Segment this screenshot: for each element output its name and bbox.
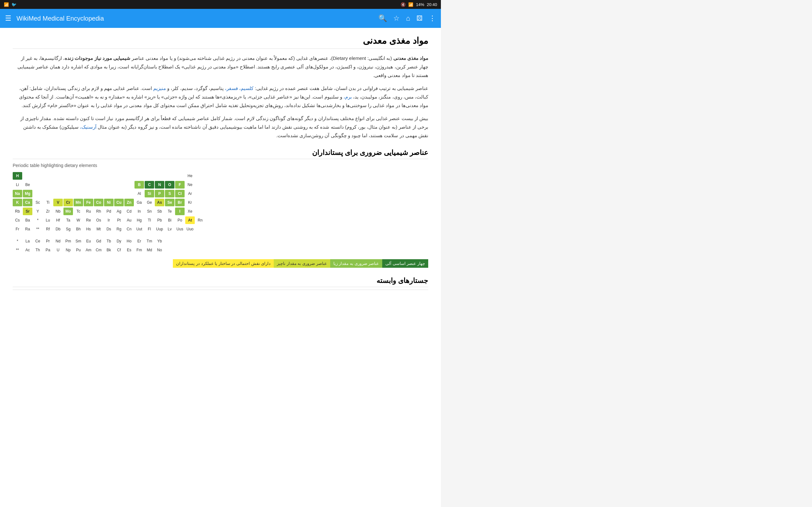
legend-possible-role: دارای نقش احتمالی در ساختار یا عملکرد در… bbox=[173, 259, 274, 268]
el-Al: Al bbox=[135, 190, 144, 198]
el-Tb: Tb bbox=[104, 237, 113, 245]
el-Sb: Sb bbox=[155, 208, 164, 215]
el-Fm: Fm bbox=[135, 246, 144, 254]
el-F: F bbox=[175, 181, 185, 188]
app-bar-actions: 🔍 ☆ ⌂ ⚄ ⋮ bbox=[378, 14, 436, 22]
home-button[interactable]: ⌂ bbox=[406, 14, 410, 22]
el-Uup: Uup bbox=[155, 225, 164, 233]
pt-actinides: ** Ac Th Pa U Np Pu Am Cm Bk Cf Es Fm Md… bbox=[13, 246, 428, 254]
el-K: K bbox=[13, 199, 22, 206]
el-Ds: Ds bbox=[104, 225, 113, 233]
el-Ag: Ag bbox=[114, 208, 124, 215]
el-Kr: Kr bbox=[185, 199, 195, 206]
el-Dy: Dy bbox=[114, 237, 124, 245]
el-Tl: Tl bbox=[145, 216, 154, 224]
pt-row-7: Fr Ra ** Rf Db Sg Bh Hs Mt Ds Rg Cn Uut … bbox=[13, 225, 428, 233]
legend-essential-large: عناصر ضروری به مقدار زیا bbox=[330, 259, 382, 268]
el-Pd: Pd bbox=[104, 208, 113, 215]
el-gap3-3: · bbox=[53, 190, 63, 198]
el-W: W bbox=[73, 216, 83, 224]
el-In: In bbox=[135, 208, 144, 215]
el-Si: Si bbox=[145, 190, 154, 198]
el-Pa: Pa bbox=[43, 246, 53, 254]
pt-row-3: Na Mg · · · · · · · · · · Al Si P S Cl A… bbox=[13, 189, 428, 198]
el-Cf: Cf bbox=[114, 246, 124, 254]
el-Bh: Bh bbox=[73, 225, 83, 233]
el-Tc: Tc bbox=[73, 208, 83, 215]
signal-icon: 📶 bbox=[4, 2, 9, 7]
el-Cm: Cm bbox=[94, 246, 103, 254]
el-Ti: Ti bbox=[43, 199, 53, 206]
el-Eu: Eu bbox=[84, 237, 93, 245]
el-Mo: Mo bbox=[63, 208, 73, 215]
el-gap11: · bbox=[124, 172, 134, 180]
el-Pb: Pb bbox=[155, 216, 164, 224]
el-Gd: Gd bbox=[94, 237, 103, 245]
el-Cu: Cu bbox=[114, 199, 124, 206]
el-gap8: · bbox=[94, 172, 103, 180]
favorite-button[interactable]: ☆ bbox=[393, 14, 400, 22]
el-Bk: Bk bbox=[104, 246, 113, 254]
paragraph-1: مواد مغذی معدنی (به انگلیسی: Dietary ele… bbox=[13, 54, 428, 79]
legend-essential-trace: عناصر ضروری به مقدار ناچیز bbox=[274, 259, 330, 268]
el-P: P bbox=[155, 190, 164, 198]
el-Rf: Rf bbox=[43, 225, 53, 233]
el-Fl: Fl bbox=[145, 225, 154, 233]
el-Ir: Ir bbox=[104, 216, 113, 224]
el-Pt: Pt bbox=[114, 216, 124, 224]
el-Ce: Ce bbox=[33, 237, 43, 245]
pt-row-1: H · · · · · · · · · · · · · · · · He bbox=[13, 172, 428, 180]
el-Os: Os bbox=[94, 216, 103, 224]
el-N: N bbox=[155, 181, 164, 188]
el-Po: Po bbox=[175, 216, 185, 224]
el-gap2-9: · bbox=[114, 181, 124, 188]
status-left-icons: 📶 🐦 bbox=[4, 2, 16, 7]
el-O: O bbox=[165, 181, 174, 188]
el-Zr: Zr bbox=[43, 208, 53, 215]
pt-lanthanides: * La Ce Pr Nd Pm Sm Eu Gd Tb Dy Ho Er Tm… bbox=[13, 237, 428, 245]
el-Mt: Mt bbox=[94, 225, 103, 233]
el-gap2-6: · bbox=[84, 181, 93, 188]
el-Ar: Ar bbox=[185, 190, 195, 198]
el-Mn: Mn bbox=[73, 199, 83, 206]
battery-text: 14% bbox=[416, 2, 424, 7]
legend-essential-organic: چهار عنصر اساسی آلی bbox=[382, 259, 428, 268]
el-B: B bbox=[135, 181, 144, 188]
el-gap2-2: · bbox=[43, 181, 53, 188]
el-Pr: Pr bbox=[43, 237, 53, 245]
el-Th: Th bbox=[33, 246, 43, 254]
el-gap3-6: · bbox=[84, 190, 93, 198]
random-button[interactable]: ⚄ bbox=[416, 14, 422, 22]
el-Sg: Sg bbox=[63, 225, 73, 233]
el-star1: * bbox=[33, 216, 43, 224]
el-gap2-10: · bbox=[124, 181, 134, 188]
el-Rg: Rg bbox=[114, 225, 124, 233]
el-S: S bbox=[165, 190, 174, 198]
el-Ga: Ga bbox=[135, 199, 144, 206]
el-He: He bbox=[185, 172, 195, 180]
paragraph-3: بیش از بیست عنصر غذایی برای انواع مختلف … bbox=[13, 114, 428, 140]
el-gap14: · bbox=[155, 172, 164, 180]
bottom-divider bbox=[13, 290, 428, 290]
el-No: No bbox=[155, 246, 164, 254]
pt-row-5: Rb Sr Y Zr Nb Mo Tc Ru Rh Pd Ag Cd In Sn… bbox=[13, 207, 428, 216]
twitter-icon: 🐦 bbox=[11, 2, 16, 7]
el-Se: Se bbox=[165, 199, 174, 206]
el-Bi: Bi bbox=[165, 216, 174, 224]
el-V: V bbox=[53, 199, 63, 206]
el-Fe: Fe bbox=[84, 199, 93, 206]
el-Md: Md bbox=[145, 246, 154, 254]
menu-button[interactable]: ☰ bbox=[5, 14, 11, 22]
el-gap3-5: · bbox=[73, 190, 83, 198]
el-gap3-2: · bbox=[43, 190, 53, 198]
el-Cd: Cd bbox=[124, 208, 134, 215]
search-button[interactable]: 🔍 bbox=[378, 14, 387, 22]
el-La: La bbox=[23, 237, 32, 245]
el-Lv: Lv bbox=[165, 225, 174, 233]
more-button[interactable]: ⋮ bbox=[429, 14, 436, 22]
el-Rh: Rh bbox=[94, 208, 103, 215]
el-gap2: · bbox=[33, 172, 43, 180]
el-gap6: · bbox=[73, 172, 83, 180]
el-Nd: Nd bbox=[53, 237, 63, 245]
pt-row-6: Cs Ba * Lu Hf Ta W Re Os Ir Pt Au Hg Tl … bbox=[13, 216, 428, 224]
